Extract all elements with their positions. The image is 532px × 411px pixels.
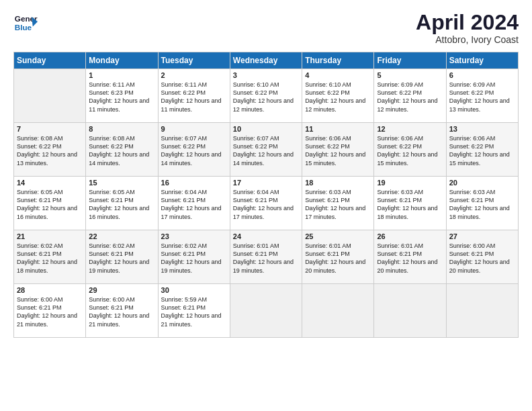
day-number: 20 [449,179,515,187]
day-number: 6 [449,71,515,79]
calendar-cell [14,69,86,123]
day-info: Sunrise: 6:06 AMSunset: 6:22 PMDaylight:… [449,134,515,167]
calendar-cell: 7Sunrise: 6:08 AMSunset: 6:22 PMDaylight… [14,123,86,177]
day-info: Sunrise: 6:11 AMSunset: 6:23 PMDaylight:… [89,81,154,113]
day-number: 5 [377,71,443,79]
day-info: Sunrise: 6:01 AMSunset: 6:21 PMDaylight:… [233,242,299,275]
day-number: 27 [449,232,515,240]
day-info: Sunrise: 6:04 AMSunset: 6:21 PMDaylight:… [161,188,227,221]
day-number: 9 [161,125,227,133]
day-number: 28 [17,286,83,294]
calendar-page: General Blue April 2024 Attobro, Ivory C… [0,0,532,411]
day-info: Sunrise: 6:10 AMSunset: 6:22 PMDaylight:… [233,81,299,113]
day-header-sunday: Sunday [14,52,86,69]
calendar-cell: 8Sunrise: 6:08 AMSunset: 6:22 PMDaylight… [86,123,158,177]
day-number: 12 [377,125,443,133]
day-header-wednesday: Wednesday [230,52,302,69]
calendar-cell [374,284,446,338]
calendar-cell: 27Sunrise: 6:00 AMSunset: 6:21 PMDayligh… [446,230,518,284]
logo: General Blue [13,11,38,35]
day-number: 4 [305,71,371,79]
calendar-cell: 19Sunrise: 6:03 AMSunset: 6:21 PMDayligh… [374,177,446,230]
calendar-cell: 13Sunrise: 6:06 AMSunset: 6:22 PMDayligh… [446,123,518,177]
day-number: 24 [233,232,299,240]
day-info: Sunrise: 6:06 AMSunset: 6:22 PMDaylight:… [377,134,443,167]
calendar-cell: 22Sunrise: 6:02 AMSunset: 6:21 PMDayligh… [86,230,158,284]
calendar-cell: 16Sunrise: 6:04 AMSunset: 6:21 PMDayligh… [158,177,230,230]
calendar-header-row: SundayMondayTuesdayWednesdayThursdayFrid… [14,52,519,69]
calendar-cell: 25Sunrise: 6:01 AMSunset: 6:21 PMDayligh… [302,230,374,284]
day-number: 8 [89,125,154,133]
day-number: 23 [161,232,227,240]
calendar-cell: 14Sunrise: 6:05 AMSunset: 6:21 PMDayligh… [14,177,86,230]
calendar-cell: 9Sunrise: 6:07 AMSunset: 6:22 PMDaylight… [158,123,230,177]
day-info: Sunrise: 6:09 AMSunset: 6:22 PMDaylight:… [449,81,515,113]
location-subtitle: Attobro, Ivory Coast [416,34,519,45]
calendar-cell: 20Sunrise: 6:03 AMSunset: 6:21 PMDayligh… [446,177,518,230]
day-number: 2 [161,71,227,79]
day-number: 19 [377,179,443,187]
day-info: Sunrise: 6:04 AMSunset: 6:21 PMDaylight:… [233,188,299,221]
day-header-monday: Monday [86,52,158,69]
calendar-cell [446,284,518,338]
day-header-friday: Friday [374,52,446,69]
calendar-week-row: 14Sunrise: 6:05 AMSunset: 6:21 PMDayligh… [14,177,519,230]
title-block: April 2024 Attobro, Ivory Coast [416,11,519,45]
day-info: Sunrise: 6:11 AMSunset: 6:22 PMDaylight:… [161,81,227,113]
calendar-cell: 29Sunrise: 6:00 AMSunset: 6:21 PMDayligh… [86,284,158,338]
calendar-cell: 21Sunrise: 6:02 AMSunset: 6:21 PMDayligh… [14,230,86,284]
day-number: 30 [161,286,227,294]
calendar-cell: 10Sunrise: 6:07 AMSunset: 6:22 PMDayligh… [230,123,302,177]
day-number: 29 [89,286,154,294]
calendar-cell: 28Sunrise: 6:00 AMSunset: 6:21 PMDayligh… [14,284,86,338]
calendar-week-row: 7Sunrise: 6:08 AMSunset: 6:22 PMDaylight… [14,123,519,177]
day-number: 13 [449,125,515,133]
day-header-tuesday: Tuesday [158,52,230,69]
calendar-cell: 15Sunrise: 6:05 AMSunset: 6:21 PMDayligh… [86,177,158,230]
day-number: 10 [233,125,299,133]
header: General Blue April 2024 Attobro, Ivory C… [13,11,519,45]
day-header-saturday: Saturday [446,52,518,69]
day-header-thursday: Thursday [302,52,374,69]
day-number: 3 [233,71,299,79]
svg-text:Blue: Blue [15,23,32,32]
day-info: Sunrise: 6:07 AMSunset: 6:22 PMDaylight:… [161,134,227,167]
calendar-cell: 30Sunrise: 5:59 AMSunset: 6:21 PMDayligh… [158,284,230,338]
day-number: 25 [305,232,371,240]
calendar-cell: 24Sunrise: 6:01 AMSunset: 6:21 PMDayligh… [230,230,302,284]
day-info: Sunrise: 6:06 AMSunset: 6:22 PMDaylight:… [305,134,371,167]
day-info: Sunrise: 6:00 AMSunset: 6:21 PMDaylight:… [17,295,83,328]
day-number: 1 [89,71,154,79]
calendar-cell: 11Sunrise: 6:06 AMSunset: 6:22 PMDayligh… [302,123,374,177]
calendar-cell: 5Sunrise: 6:09 AMSunset: 6:22 PMDaylight… [374,69,446,123]
day-number: 17 [233,179,299,187]
day-number: 7 [17,125,83,133]
day-info: Sunrise: 6:03 AMSunset: 6:21 PMDaylight:… [377,188,443,221]
day-info: Sunrise: 6:05 AMSunset: 6:21 PMDaylight:… [17,188,83,221]
calendar-cell [230,284,302,338]
calendar-cell: 1Sunrise: 6:11 AMSunset: 6:23 PMDaylight… [86,69,158,123]
calendar-table: SundayMondayTuesdayWednesdayThursdayFrid… [13,52,519,338]
day-info: Sunrise: 6:02 AMSunset: 6:21 PMDaylight:… [161,242,227,275]
day-info: Sunrise: 6:08 AMSunset: 6:22 PMDaylight:… [17,134,83,167]
day-info: Sunrise: 6:00 AMSunset: 6:21 PMDaylight:… [89,295,154,328]
day-info: Sunrise: 6:05 AMSunset: 6:21 PMDaylight:… [89,188,154,221]
calendar-cell: 23Sunrise: 6:02 AMSunset: 6:21 PMDayligh… [158,230,230,284]
day-number: 14 [17,179,83,187]
calendar-cell: 17Sunrise: 6:04 AMSunset: 6:21 PMDayligh… [230,177,302,230]
day-info: Sunrise: 6:00 AMSunset: 6:21 PMDaylight:… [449,242,515,275]
day-info: Sunrise: 6:03 AMSunset: 6:21 PMDaylight:… [449,188,515,221]
day-number: 26 [377,232,443,240]
day-number: 22 [89,232,154,240]
day-number: 15 [89,179,154,187]
day-number: 11 [305,125,371,133]
calendar-cell: 2Sunrise: 6:11 AMSunset: 6:22 PMDaylight… [158,69,230,123]
day-info: Sunrise: 6:10 AMSunset: 6:22 PMDaylight:… [305,81,371,113]
day-info: Sunrise: 6:07 AMSunset: 6:22 PMDaylight:… [233,134,299,167]
calendar-week-row: 21Sunrise: 6:02 AMSunset: 6:21 PMDayligh… [14,230,519,284]
day-info: Sunrise: 6:01 AMSunset: 6:21 PMDaylight:… [377,242,443,275]
calendar-cell: 26Sunrise: 6:01 AMSunset: 6:21 PMDayligh… [374,230,446,284]
day-info: Sunrise: 6:02 AMSunset: 6:21 PMDaylight:… [89,242,154,275]
calendar-week-row: 28Sunrise: 6:00 AMSunset: 6:21 PMDayligh… [14,284,519,338]
calendar-cell [302,284,374,338]
